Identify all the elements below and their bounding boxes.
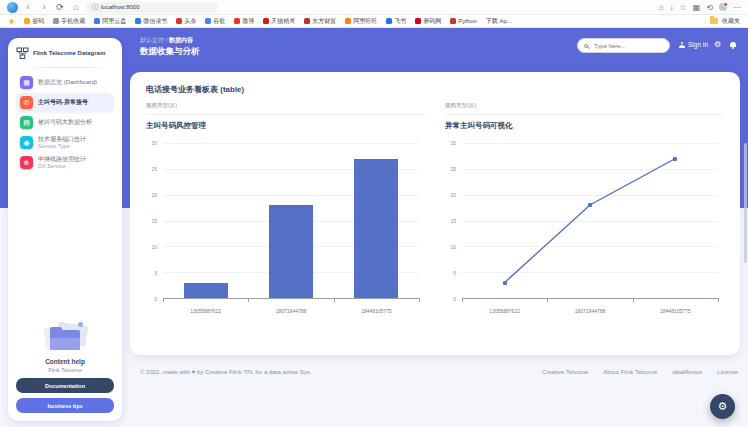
panel-caption: 视图类型(次) bbox=[445, 102, 724, 109]
y-tick-label: 0 bbox=[453, 296, 456, 302]
bookmark-item[interactable]: 阿里云盘 bbox=[94, 17, 126, 26]
panel-bar-chart: 视图类型(次) 主叫号码风控管理 05101520253013055887622… bbox=[146, 102, 425, 317]
gear-icon: ⚙ bbox=[718, 400, 728, 413]
bookmark-item[interactable]: 微信读书 bbox=[135, 17, 167, 26]
back-button[interactable]: ‹ bbox=[22, 1, 34, 14]
bookmark-item[interactable]: 赛码网 bbox=[415, 17, 441, 26]
divider bbox=[146, 114, 425, 115]
bookmark-item[interactable]: 密码 bbox=[24, 17, 44, 26]
y-tick-label: 0 bbox=[154, 296, 157, 302]
bookmark-favicon bbox=[304, 18, 310, 24]
data-point[interactable] bbox=[503, 281, 507, 285]
y-tick-label: 10 bbox=[151, 244, 157, 250]
menu-icon[interactable]: ⋯ bbox=[733, 1, 741, 14]
sidebar-item[interactable]: ▤被叫号码大数据分析 bbox=[16, 113, 114, 132]
bookmark-star-icon[interactable]: ★ bbox=[8, 16, 15, 27]
url-bar[interactable]: ⓘ localhost:8000 bbox=[86, 2, 218, 13]
brand-logo-icon bbox=[16, 47, 29, 60]
footer-link[interactable]: License bbox=[717, 369, 738, 375]
brand[interactable]: Flink Telecome Datagram bbox=[16, 47, 114, 60]
x-tick bbox=[718, 298, 719, 302]
settings-gear-icon[interactable]: ⚙ bbox=[714, 40, 721, 49]
search-input[interactable] bbox=[592, 42, 663, 50]
panel-line-chart: 视图类型(次) 异常主叫号码可视化 0510152025301305588762… bbox=[445, 102, 724, 317]
bookmarks-folder-icon[interactable] bbox=[710, 18, 718, 24]
data-point[interactable] bbox=[673, 157, 677, 161]
star-icon[interactable]: ☆ bbox=[680, 1, 687, 14]
x-tick bbox=[163, 298, 164, 302]
forward-button[interactable]: › bbox=[38, 1, 50, 14]
bookmark-item[interactable]: 手机收藏 bbox=[53, 17, 85, 26]
scrollbar[interactable] bbox=[744, 143, 747, 263]
bookmark-item[interactable]: 谷歌 bbox=[205, 17, 225, 26]
site-info-icon[interactable]: ⓘ bbox=[92, 3, 98, 12]
reload-button[interactable]: ⟳ bbox=[54, 1, 66, 14]
browser-logo-icon[interactable] bbox=[7, 2, 18, 13]
sidebar-item[interactable]: ✆主叫号码-异常接号 bbox=[16, 93, 114, 112]
bookmark-favicon bbox=[234, 18, 240, 24]
bar[interactable] bbox=[269, 205, 313, 298]
y-tick-label: 15 bbox=[151, 218, 157, 224]
bookmark-item[interactable]: 阿里旺旺 bbox=[345, 17, 377, 26]
bar[interactable] bbox=[184, 283, 228, 299]
web-page: 默认监控 / 数据内容 数据收集与分析 Sign In ⚙ Fl bbox=[0, 28, 748, 427]
sidebar-item[interactable]: ◉技术服务端口统计Service Type bbox=[16, 133, 114, 152]
x-tick bbox=[633, 298, 634, 302]
line-chart: 0510152025301305588762218071944788184481… bbox=[445, 139, 724, 317]
brand-name: Flink Telecome Datagram bbox=[33, 50, 105, 57]
home-button[interactable]: ⌂ bbox=[70, 1, 82, 14]
y-tick-label: 25 bbox=[450, 166, 456, 172]
bookmarks-folder-label[interactable]: 收藏夹 bbox=[722, 17, 740, 26]
breadcrumb-root[interactable]: 默认监控 bbox=[140, 37, 164, 43]
bookmark-favicon bbox=[386, 18, 392, 24]
x-tick bbox=[462, 298, 463, 302]
y-tick-label: 30 bbox=[450, 140, 456, 146]
browser-window: ‹ › ⟳ ⌂ ⓘ localhost:8000 ⌂ ↓ ☆ ▦ ⟲ ⋯ ★ 密… bbox=[0, 0, 748, 427]
breadcrumb: 默认监控 / 数据内容 bbox=[140, 36, 193, 45]
bookmark-favicon bbox=[205, 18, 211, 24]
history-icon[interactable]: ⟲ bbox=[706, 1, 713, 14]
footer-link[interactable]: dataRecice bbox=[672, 369, 702, 375]
bookmark-item[interactable]: 飞书 bbox=[386, 17, 406, 26]
y-tick-label: 5 bbox=[154, 270, 157, 276]
bookmark-item[interactable]: Python bbox=[450, 18, 477, 24]
bookmark-item[interactable]: 头条 bbox=[176, 17, 196, 26]
notifications-bell-icon[interactable] bbox=[730, 42, 736, 47]
bookmark-item[interactable]: 东方财富 bbox=[304, 17, 336, 26]
home-icon[interactable]: ⌂ bbox=[659, 1, 664, 14]
x-tick bbox=[419, 298, 420, 302]
footer-copyright: © 2022, made with ♥ by Creative Flink TF… bbox=[140, 369, 311, 375]
data-point[interactable] bbox=[588, 203, 592, 207]
sidebar-item[interactable]: ⊕中继线路使用统计DX Service bbox=[16, 153, 114, 172]
business-tips-button[interactable]: business tips bbox=[16, 398, 114, 413]
search-box[interactable] bbox=[577, 38, 670, 53]
sidebar-menu: ▦数据总览 (Dashboard)✆主叫号码-异常接号▤被叫号码大数据分析◉技术… bbox=[16, 72, 114, 173]
bar[interactable] bbox=[354, 159, 398, 299]
documentation-button[interactable]: Documentation bbox=[16, 378, 114, 393]
y-tick-label: 30 bbox=[151, 140, 157, 146]
bookmark-item[interactable]: 下载 Ap... bbox=[486, 17, 512, 26]
dashboard-card: 电话接号业务看板表 (table) 视图类型(次) 主叫号码风控管理 05101… bbox=[130, 72, 740, 355]
y-tick-label: 25 bbox=[151, 166, 157, 172]
search-icon bbox=[584, 44, 588, 48]
bookmark-favicon bbox=[450, 18, 456, 24]
bookmark-favicon bbox=[53, 18, 59, 24]
sign-in-button[interactable]: Sign In bbox=[679, 41, 708, 48]
gridline bbox=[163, 143, 419, 144]
bookmark-favicon bbox=[94, 18, 100, 24]
profile-avatar[interactable] bbox=[719, 3, 727, 11]
bookmark-item[interactable]: 微博 bbox=[234, 17, 254, 26]
extensions-icon[interactable]: ▦ bbox=[693, 1, 701, 14]
bookmark-item[interactable]: 天猫精灵 bbox=[263, 17, 295, 26]
x-tick bbox=[248, 298, 249, 302]
footer-link[interactable]: About Flink Telcome bbox=[603, 369, 657, 375]
footer: © 2022, made with ♥ by Creative Flink TF… bbox=[140, 369, 738, 375]
fixed-settings-button[interactable]: ⚙ bbox=[710, 394, 735, 419]
sidebar-item[interactable]: ▦数据总览 (Dashboard) bbox=[16, 73, 114, 92]
y-tick-label: 10 bbox=[450, 244, 456, 250]
bar-chart: 0510152025301305588762218071944788184481… bbox=[146, 139, 425, 317]
footer-link[interactable]: Creative Telcome bbox=[542, 369, 588, 375]
documents-illustration bbox=[43, 322, 87, 354]
download-icon[interactable]: ↓ bbox=[670, 1, 674, 14]
x-tick-label: 13055887622 bbox=[489, 308, 520, 314]
